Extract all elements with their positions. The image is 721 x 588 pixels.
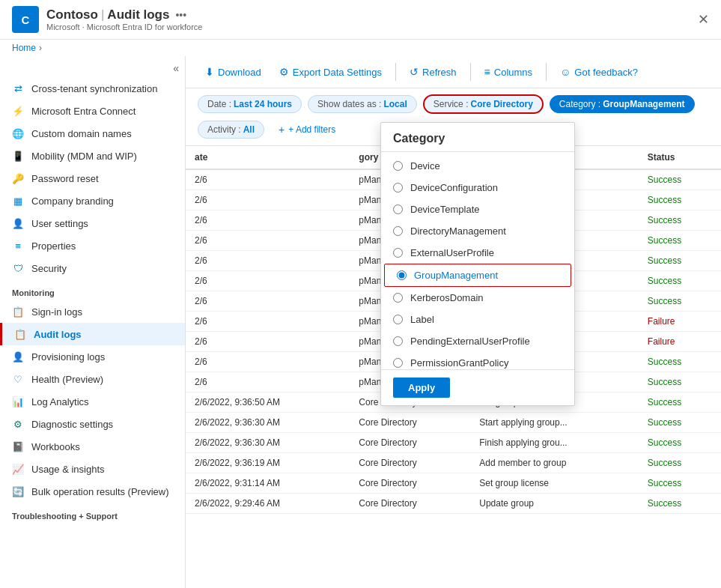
cell-activity: Set group license [470, 473, 639, 494]
cell-status: Success [639, 372, 721, 392]
dropdown-item-device-config[interactable]: DeviceConfiguration [381, 177, 574, 198]
sidebar-item-workbooks[interactable]: 📓 Workbooks [0, 435, 185, 458]
sidebar-item-custom-domain[interactable]: 🌐 Custom domain names [0, 122, 185, 145]
sidebar-item-cross-tenant[interactable]: ⇄ Cross-tenant synchronization [0, 77, 185, 100]
dropdown-item-external-user[interactable]: ExternalUserProfile [381, 242, 574, 264]
sidebar-item-provisioning-logs[interactable]: 👤 Provisioning logs [0, 345, 185, 368]
dropdown-item-group-mgmt[interactable]: GroupManagement [384, 264, 571, 287]
sign-in-icon: 📋 [12, 306, 24, 318]
table-row[interactable]: 2/6/2022, 9:29:46 AM Core Directory Upda… [186, 494, 721, 514]
sidebar-item-mobility[interactable]: 📱 Mobility (MDM and WIP) [0, 145, 185, 167]
sidebar-item-security[interactable]: 🛡 Security [0, 257, 185, 279]
sidebar-item-diagnostic-settings[interactable]: ⚙ Diagnostic settings [0, 413, 185, 435]
dropdown-item-label: GroupManagement [414, 270, 498, 281]
category-filter-chip[interactable]: Category : GroupManagement [550, 95, 695, 113]
radio-device-config[interactable] [393, 183, 403, 193]
radio-device-template[interactable] [393, 204, 403, 214]
sidebar-item-health-preview[interactable]: ♡ Health (Preview) [0, 368, 185, 390]
app-subtitle: Microsoft · Microsoft Entra ID for workf… [46, 22, 202, 31]
service-filter-chip[interactable]: Service : Core Directory [423, 94, 544, 114]
cell-status: Success [639, 433, 721, 453]
dropdown-item-device-template[interactable]: DeviceTemplate [381, 198, 574, 220]
refresh-button[interactable]: ↺ Refresh [402, 62, 464, 82]
app-logo: C [12, 6, 39, 33]
dropdown-item-label: DeviceTemplate [410, 204, 480, 215]
sidebar-item-company-branding[interactable]: ▦ Company branding [0, 190, 185, 212]
sidebar-item-user-settings[interactable]: 👤 User settings [0, 212, 185, 234]
table-row[interactable]: 2/6/2022, 9:36:30 AM Core Directory Star… [186, 413, 721, 433]
cell-date: 2/6/2022, 9:36:30 AM [186, 433, 350, 453]
content-area: ⬇ Download ⚙ Export Data Settings ↺ Refr… [186, 56, 721, 588]
col-status: Status [639, 146, 721, 169]
export-button[interactable]: ⚙ Export Data Settings [272, 62, 389, 82]
audit-logs-icon: 📋 [14, 328, 26, 340]
sidebar-item-properties[interactable]: ≡ Properties [0, 234, 185, 257]
dropdown-item-device[interactable]: Device [381, 155, 574, 177]
cell-status: Success [639, 352, 721, 372]
sidebar: « ⇄ Cross-tenant synchronization ⚡ Micro… [0, 56, 186, 588]
dropdown-item-label: PermissionGrantPolicy [410, 357, 509, 369]
date-filter-chip[interactable]: Date : Last 24 hours [198, 95, 302, 113]
workbooks-icon: 📓 [12, 440, 24, 452]
toolbar-divider-1 [395, 63, 396, 81]
dropdown-item-label: DeviceConfiguration [410, 182, 498, 193]
cell-category: Core Directory [350, 413, 470, 433]
cell-date: 2/6 [186, 190, 350, 210]
sidebar-item-log-analytics[interactable]: 📊 Log Analytics [0, 390, 185, 413]
dropdown-item-label: ExternalUserProfile [410, 247, 494, 258]
columns-button[interactable]: ≡ Columns [477, 62, 540, 82]
cell-activity: Add member to group [470, 453, 639, 473]
radio-label[interactable] [393, 315, 403, 324]
apply-button[interactable]: Apply [393, 378, 450, 398]
more-options-icon[interactable]: ••• [175, 9, 186, 21]
cell-status: Success [639, 271, 721, 291]
cell-status: Success [639, 392, 721, 413]
dropdown-item-kerberos[interactable]: KerberosDomain [381, 287, 574, 309]
usage-icon: 📈 [12, 463, 24, 475]
dropdown-item-permission-grant[interactable]: PermissionGrantPolicy [381, 352, 574, 369]
dropdown-scroll-area: DeviceDeviceConfigurationDeviceTemplateD… [381, 152, 574, 369]
download-button[interactable]: ⬇ Download [198, 62, 269, 82]
breadcrumb: Home › [0, 40, 721, 56]
sidebar-item-usage-insights[interactable]: 📈 Usage & insights [0, 458, 185, 480]
cell-status: Success [639, 453, 721, 473]
radio-directory-mgmt[interactable] [393, 226, 403, 236]
add-filter-icon: + [279, 124, 285, 136]
page-title: Audit logs [107, 7, 169, 22]
cell-date: 2/6 [186, 271, 350, 291]
dropdown-item-label: DirectoryManagement [410, 225, 506, 237]
dropdown-item-pending-external[interactable]: PendingExternalUserProfile [381, 330, 574, 352]
cell-status: Success [639, 169, 721, 190]
breadcrumb-home[interactable]: Home [12, 43, 36, 53]
cell-date: 2/6 [186, 210, 350, 231]
table-row[interactable]: 2/6/2022, 9:36:19 AM Core Directory Add … [186, 453, 721, 473]
top-bar: C Contoso | Audit logs ••• Microsoft · M… [0, 0, 721, 40]
feedback-button[interactable]: ☺ Got feedback? [553, 62, 645, 82]
cell-date: 2/6 [186, 169, 350, 190]
analytics-icon: 📊 [12, 395, 24, 407]
dropdown-item-label[interactable]: Label [381, 309, 574, 330]
cell-status: Success [639, 251, 721, 271]
radio-device[interactable] [393, 161, 403, 171]
cell-date: 2/6/2022, 9:36:19 AM [186, 453, 350, 473]
dropdown-item-directory-mgmt[interactable]: DirectoryManagement [381, 220, 574, 242]
sidebar-item-sign-in-logs[interactable]: 📋 Sign-in logs [0, 300, 185, 323]
table-row[interactable]: 2/6/2022, 9:36:30 AM Core Directory Fini… [186, 433, 721, 453]
add-filter-button[interactable]: + + Add filters [270, 120, 344, 139]
sidebar-collapse-btn[interactable]: « [0, 59, 185, 77]
sidebar-item-bulk-operation[interactable]: 🔄 Bulk operation results (Preview) [0, 480, 185, 503]
close-icon[interactable]: ✕ [698, 11, 709, 28]
sidebar-item-audit-logs[interactable]: 📋 Audit logs [0, 323, 185, 345]
activity-filter-chip[interactable]: Activity : All [198, 121, 264, 139]
show-dates-filter-chip[interactable]: Show dates as : Local [308, 95, 417, 113]
sidebar-item-entra-connect[interactable]: ⚡ Microsoft Entra Connect [0, 100, 185, 122]
dropdown-footer: Apply [381, 369, 574, 405]
cell-status: Success [639, 210, 721, 231]
sidebar-item-password-reset[interactable]: 🔑 Password reset [0, 167, 185, 190]
radio-kerberos[interactable] [393, 293, 403, 303]
radio-pending-external[interactable] [393, 336, 403, 346]
radio-external-user[interactable] [393, 248, 403, 258]
radio-permission-grant[interactable] [393, 358, 403, 368]
radio-group-mgmt[interactable] [397, 270, 407, 280]
table-row[interactable]: 2/6/2022, 9:31:14 AM Core Directory Set … [186, 473, 721, 494]
